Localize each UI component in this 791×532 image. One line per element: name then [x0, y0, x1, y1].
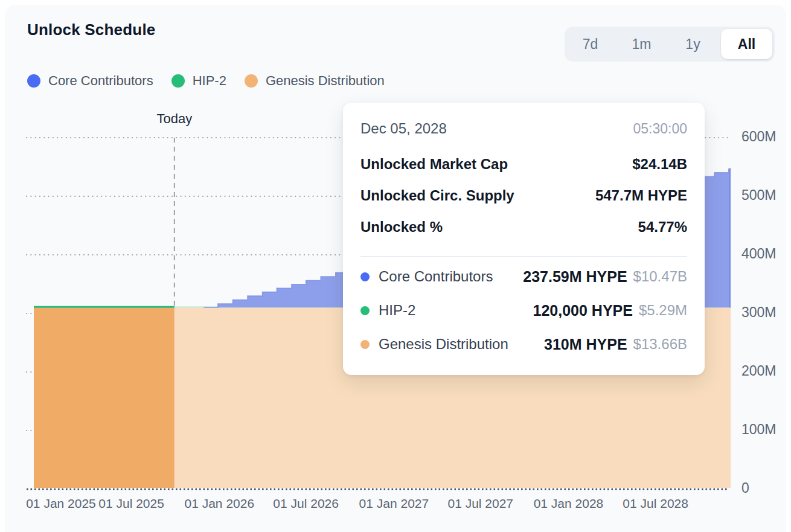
- tooltip-row-circ-supply: Unlocked Circ. Supply 547.7M HYPE: [360, 180, 687, 211]
- series-amount: 237.59M HYPE: [523, 268, 627, 286]
- chart-tooltip: Dec 05, 2028 05:30:00 Unlocked Market Ca…: [343, 103, 705, 375]
- series-name: HIP-2: [379, 302, 415, 319]
- x-axis-label: 01 Jan 2026: [184, 496, 254, 511]
- y-axis-label: 0: [741, 480, 749, 496]
- tooltip-header: Dec 05, 2028 05:30:00: [360, 120, 687, 138]
- tooltip-series-genesis-distribution: Genesis Distribution 310M HYPE $13.66B: [360, 327, 687, 361]
- y-axis-label: 600M: [741, 129, 777, 145]
- series-usd: $13.66B: [633, 336, 687, 353]
- y-axis-label: 500M: [741, 187, 777, 204]
- x-axis-label: 01 Jan 2027: [359, 496, 429, 511]
- today-label: Today: [156, 111, 192, 127]
- series-name: Core Contributors: [379, 268, 493, 285]
- stat-value: $24.14B: [632, 156, 687, 173]
- x-axis-label: 01 Jul 2028: [623, 496, 688, 511]
- hip2-dot-icon: [360, 306, 370, 315]
- tooltip-stats: Unlocked Market Cap $24.14B Unlocked Cir…: [360, 149, 687, 243]
- series-usd: $5.29M: [639, 302, 687, 319]
- x-axis-label: 01 Jul 2027: [447, 496, 513, 511]
- tooltip-divider: [360, 256, 687, 257]
- x-axis-label: 01 Jul 2026: [273, 496, 339, 511]
- tooltip-row-unlocked-pct: Unlocked % 54.77%: [360, 211, 687, 243]
- stat-label: Unlocked Circ. Supply: [360, 187, 514, 204]
- tooltip-time: 05:30:00: [633, 121, 687, 137]
- x-axis-label: 01 Jan 2028: [534, 496, 604, 511]
- x-axis-label: 01 Jul 2025: [98, 496, 164, 511]
- core-contributors-dot-icon: [360, 272, 370, 281]
- tooltip-series-list: Core Contributors 237.59M HYPE $10.47B H…: [360, 260, 687, 361]
- area-genesis-past: [34, 307, 175, 488]
- tooltip-series-hip2: HIP-2 120,000 HYPE $5.29M: [360, 293, 687, 327]
- x-axis-label: 01 Jan 2025: [26, 496, 96, 511]
- y-axis-label: 100M: [741, 421, 777, 438]
- series-amount: 120,000 HYPE: [533, 302, 633, 319]
- tooltip-row-market-cap: Unlocked Market Cap $24.14B: [360, 149, 687, 180]
- y-axis-label: 400M: [741, 246, 777, 262]
- stat-label: Unlocked Market Cap: [360, 156, 508, 173]
- stat-label: Unlocked %: [360, 219, 443, 236]
- tooltip-series-core-contributors: Core Contributors 237.59M HYPE $10.47B: [360, 260, 687, 293]
- y-axis-label: 300M: [741, 304, 777, 321]
- genesis-distribution-dot-icon: [360, 340, 370, 349]
- tooltip-date: Dec 05, 2028: [360, 120, 447, 137]
- stat-value: 547.7M HYPE: [595, 187, 687, 204]
- stat-value: 54.77%: [638, 219, 687, 236]
- series-name: Genesis Distribution: [379, 336, 508, 353]
- series-usd: $10.47B: [633, 268, 687, 285]
- series-amount: 310M HYPE: [544, 336, 627, 353]
- y-axis-label: 200M: [741, 363, 777, 379]
